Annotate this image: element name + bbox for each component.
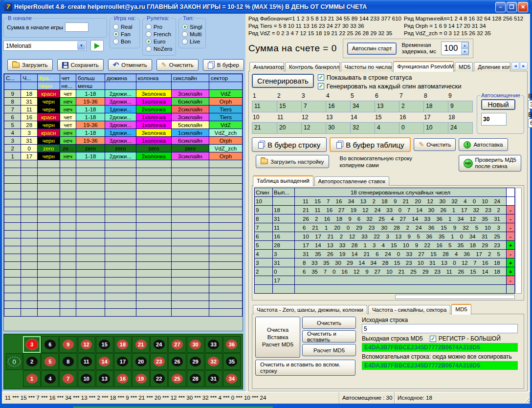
board-cell-13[interactable]: 13: [96, 370, 113, 387]
tab-spins-1[interactable]: Автопроставление ставок: [314, 176, 389, 186]
spins-row[interactable]: 2063570161292710212529231126151418+: [255, 267, 515, 276]
board-cell-8[interactable]: 8: [59, 353, 77, 370]
spins-row[interactable]: 616101721212332231395363510343125-: [255, 232, 515, 241]
spins-row[interactable]: 331833353029143428152310311301271618+: [255, 258, 515, 267]
board-cell-6[interactable]: 6: [41, 336, 59, 353]
radio-bon[interactable]: Bon: [113, 39, 137, 44]
board-cell-18[interactable]: 18: [114, 336, 132, 353]
table-row[interactable]: 117черннеч1-182дюжи...2колонка3сиклайнOr…: [4, 152, 243, 160]
board-cell-31[interactable]: 31: [205, 370, 222, 387]
horizontal-scrollbar[interactable]: [395, 295, 515, 299]
spins-row[interactable]: 91821111627191224330714302611732232-: [255, 206, 515, 215]
board-cell-34[interactable]: 34: [223, 370, 241, 387]
load-button[interactable]: Загрузить: [7, 59, 53, 71]
copy-to-clipboard-button[interactable]: В буфер: [203, 59, 244, 71]
board-cell-9[interactable]: 9: [59, 336, 77, 353]
board-cell-26[interactable]: 26: [168, 353, 186, 370]
run-profile-button[interactable]: [90, 40, 104, 51]
tab-main-5[interactable]: Деление кол: [474, 62, 510, 71]
tab-main-2[interactable]: Частоты по числам: [341, 62, 393, 71]
radio-multi[interactable]: Multi: [182, 31, 203, 37]
board-cell-7[interactable]: 7: [59, 370, 77, 387]
tab-main-4[interactable]: MD5: [455, 62, 473, 71]
table-row[interactable]: 20zeroze...zerozerozerozeroVdZ_zch: [4, 145, 243, 152]
spins-row[interactable]: 8312621618963225427143336134123531-: [255, 215, 515, 223]
chevron-down-icon[interactable]: ▼: [77, 42, 86, 50]
save-button[interactable]: Сохранить: [57, 59, 104, 71]
radio-live[interactable]: Live: [182, 39, 203, 44]
radio-singl[interactable]: Singl: [182, 24, 203, 30]
tab-freq-2[interactable]: MD5: [451, 304, 471, 315]
buffer-table-button[interactable]: В буфер таблицу: [330, 137, 411, 152]
profile-combobox[interactable]: 1Melonati ▼: [3, 41, 87, 51]
load-settings-button[interactable]: Загрузить настройку: [256, 155, 329, 168]
autobet-button[interactable]: !Автоставка: [459, 138, 508, 151]
minus-input[interactable]: [528, 119, 532, 128]
board-cell-29[interactable]: 29: [187, 353, 204, 370]
board-cell-25[interactable]: 25: [168, 370, 186, 387]
tab-scroll-right-icon[interactable]: ►: [520, 62, 528, 70]
minimize-button[interactable]: –: [495, 2, 506, 12]
board-cell-27[interactable]: 27: [168, 336, 186, 353]
tab-main-3[interactable]: Функционал PsevdoMS: [393, 61, 454, 72]
board-cell-11[interactable]: 11: [78, 353, 95, 370]
radio-pro[interactable]: Pro: [146, 24, 173, 30]
spins-row[interactable]: 71162112002923302822436159325103-: [255, 223, 515, 232]
table-row[interactable]: 711черннеч1-181дюжи...2колонка2сиклайнTi…: [4, 106, 243, 113]
clear-button[interactable]: ✎Очистить: [156, 59, 199, 71]
radio-real[interactable]: Real: [113, 24, 137, 30]
md5-source-input[interactable]: [362, 324, 518, 333]
clear-generated-button[interactable]: ✎Очистить: [414, 138, 456, 151]
md5-calc-button[interactable]: Расчет MD5: [302, 344, 356, 356]
board-cell-22[interactable]: 22: [150, 370, 168, 387]
board-cell-2[interactable]: 2: [23, 353, 41, 370]
close-button[interactable]: ✕: [518, 2, 528, 12]
spins-row[interactable]: 433135261914216240332715284361725-: [255, 250, 515, 258]
autospin-start-button[interactable]: Автоспин старт: [347, 43, 397, 55]
tab-scroll-left-icon[interactable]: ◄: [511, 62, 519, 70]
md5-clear-button[interactable]: Очистить: [302, 317, 356, 329]
board-cell-15[interactable]: 15: [96, 336, 113, 353]
delay-spinner[interactable]: 100 ▲ ▼: [441, 42, 469, 55]
spins-row[interactable]: 101115716341321892120123032401024: [255, 197, 515, 206]
board-cell-4[interactable]: 4: [41, 370, 59, 387]
board-cell-5[interactable]: 5: [41, 353, 59, 370]
board-cell-14[interactable]: 14: [96, 353, 113, 370]
generate-button[interactable]: Сгенерировать: [252, 74, 314, 88]
board-cell-21[interactable]: 21: [132, 336, 150, 353]
autoshift-value-input[interactable]: [481, 113, 507, 126]
table-row[interactable]: 831черннеч19-363дюжи...1колонка6сиклайнO…: [4, 98, 243, 106]
show-in-status-checkbox[interactable]: ✓ Показывать в строке статуса: [318, 74, 462, 81]
tab-spins-0[interactable]: Таблица выпадений: [253, 175, 313, 186]
table-row[interactable]: 918краснчет1-182дюжи...3колонка3сиклайнV…: [4, 90, 243, 98]
titlebar[interactable]: 7 HelperRoullet 4.8- create helperroulle…: [2, 0, 530, 14]
table-row[interactable]: 331черннеч19-363дюжи...1колонка6сиклайнO…: [4, 137, 243, 145]
radio-french[interactable]: French: [146, 31, 173, 37]
tab-freq-0[interactable]: Частота - Zero, шансы, дюжины, колонки: [253, 305, 367, 314]
board-cell-19[interactable]: 19: [132, 370, 150, 387]
undo-button[interactable]: ↶Отменить: [108, 59, 152, 71]
table-row[interactable]: 616краснчет1-182дюжи...1колонка3сиклайнT…: [4, 113, 243, 121]
start-sum-input[interactable]: [65, 22, 89, 32]
vertical-scrollbar[interactable]: [515, 188, 522, 294]
board-cell-32[interactable]: 32: [205, 353, 222, 370]
tab-freq-1[interactable]: Частота - сиклайны, сектора: [368, 305, 450, 314]
check-md5-button[interactable]: МД5 Проверить МД5после спина: [459, 155, 521, 172]
board-cell-10[interactable]: 10: [78, 370, 95, 387]
plus-input[interactable]: [528, 100, 532, 109]
spins-row[interactable]: 5281714133328134151092216535182923+: [255, 241, 515, 250]
table-row[interactable]: 43красннеч1-181дюжи...3колонка1сиклайнVd…: [4, 129, 243, 137]
spinner-down-icon[interactable]: ▼: [461, 48, 468, 55]
table-row[interactable]: 528чернчет19-363дюжи...1колонка5сиклайнV…: [4, 121, 243, 129]
board-cell-20[interactable]: 20: [132, 353, 150, 370]
board-cell-17[interactable]: 17: [114, 353, 132, 370]
tab-main-0[interactable]: Анализатор: [249, 62, 284, 71]
radio-euro[interactable]: Euro: [146, 39, 173, 44]
md5-clear-insert-aux-button[interactable]: Очистить и вставить во вспом. строку: [255, 360, 355, 376]
radio-fan[interactable]: Fan: [113, 31, 137, 37]
board-cell-36[interactable]: 36: [223, 336, 241, 353]
tab-main-1[interactable]: Контроль банкролла: [285, 62, 340, 71]
board-cell-35[interactable]: 35: [223, 353, 241, 370]
spins-row[interactable]: [255, 285, 515, 294]
board-cell-28[interactable]: 28: [187, 370, 204, 387]
